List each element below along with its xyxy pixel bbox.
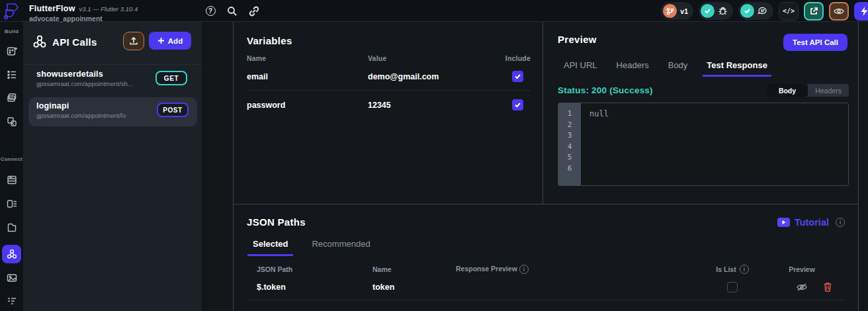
json-paths-title: JSON Paths (247, 216, 306, 228)
detail-top-row: Variables Name Value Include email demo@… (234, 22, 858, 204)
line-number: 1 (558, 109, 581, 120)
toolbar-left-icons: ? (204, 0, 261, 22)
sidebar-item-app-values[interactable] (0, 292, 23, 310)
project-name[interactable]: advocate_appoinment (29, 15, 138, 23)
app-title-line: FlutterFlowv3.1 — Flutter 3.10.4 (29, 2, 138, 14)
test-api-call-button[interactable]: Test API Call (783, 34, 847, 51)
response-editor[interactable]: 1 2 3 4 5 6 null (558, 103, 849, 186)
toolbar-right-group: v1 </> (661, 0, 868, 22)
api-list-item-loginapi[interactable]: loginapi gpssamraat.com/appointment/lo P… (28, 97, 197, 126)
nav-icon-sidebar: Build Connect (0, 22, 23, 311)
api-cluster-icon (32, 34, 48, 50)
include-checkbox[interactable] (512, 99, 523, 111)
col-header-name: Name (372, 265, 456, 273)
tutorial-link[interactable]: Tutorial (777, 217, 829, 228)
preview-eye-off-icon[interactable] (781, 283, 823, 292)
flutterflow-logo-icon[interactable] (2, 1, 21, 20)
tab-recommended[interactable]: Recommended (312, 239, 370, 256)
bug-icon (718, 6, 728, 16)
json-paths-header: JSON Paths Tutorial i (247, 216, 845, 228)
sidebar-item-widget-palette[interactable] (0, 42, 23, 60)
include-checkbox[interactable] (512, 71, 523, 82)
comments-status-pill[interactable] (738, 2, 773, 20)
plus-icon (157, 37, 165, 44)
method-badge-post: POST (157, 103, 189, 117)
status-label: Status: (558, 85, 589, 95)
check-circle-icon (701, 4, 715, 18)
sidebar-item-api-calls[interactable] (2, 245, 21, 263)
tab-test-response[interactable]: Test Response (703, 60, 771, 77)
editor-line-numbers: 1 2 3 4 5 6 (558, 103, 581, 185)
sidebar-item-components[interactable] (0, 113, 23, 130)
variables-header-row: Name Value Include (247, 54, 531, 62)
editor-content[interactable]: null (581, 103, 848, 185)
open-in-new-button[interactable] (804, 2, 824, 21)
info-icon[interactable]: i (740, 265, 749, 274)
toggle-headers[interactable]: Headers (808, 84, 849, 97)
variable-value[interactable]: demo@gmail.com (368, 72, 491, 81)
check-circle-icon (740, 4, 754, 18)
api-item-url: gpssamraat.com/appointment/sh... (36, 80, 162, 87)
variable-name[interactable]: password (247, 101, 368, 110)
line-number: 6 (558, 163, 581, 175)
response-status: Status: 200 (Success) (558, 85, 653, 95)
import-api-button[interactable] (123, 32, 144, 50)
json-path-name[interactable]: token (372, 283, 456, 292)
tab-body[interactable]: Body (668, 60, 688, 77)
status-row: Status: 200 (Success) Body Headers (558, 84, 849, 97)
app-title-block: FlutterFlowv3.1 — Flutter 3.10.4 advocat… (29, 2, 138, 22)
variables-title: Variables (247, 35, 531, 46)
flutterflow-app-window: FlutterFlowv3.1 — Flutter 3.10.4 advocat… (0, 0, 868, 311)
body-headers-toggle: Body Headers (767, 84, 849, 97)
preview-header: Preview Test API Call (558, 34, 849, 51)
method-badge-get: GET (155, 71, 187, 85)
api-panel-header: API Calls Add (23, 22, 202, 64)
panel-title: API Calls (52, 36, 97, 48)
app-version: v3.1 — Flutter 3.10.4 (79, 5, 138, 13)
tab-api-url[interactable]: API URL (564, 60, 597, 77)
add-api-call-button[interactable]: Add (149, 32, 191, 50)
variable-value[interactable]: 12345 (368, 101, 491, 110)
tab-selected[interactable]: Selected (247, 239, 293, 256)
view-code-button[interactable]: </> (779, 2, 799, 21)
main-content: Variables Name Value Include email demo@… (202, 22, 868, 311)
delete-json-path-icon[interactable] (823, 282, 847, 292)
line-number: 4 (558, 142, 581, 153)
variable-row-email: email demo@gmail.com (247, 71, 531, 91)
col-header-include: Include (491, 54, 531, 62)
variable-row-password: password 12345 (247, 99, 531, 118)
col-header-response-preview: Response Preview i (456, 265, 684, 274)
search-icon[interactable] (226, 5, 239, 18)
info-icon[interactable]: i (519, 265, 529, 274)
api-list-item-showuserdetails[interactable]: showuserdetails gpssamraat.com/appointme… (23, 65, 202, 95)
preview-tabs: API URL Headers Body Test Response (558, 60, 849, 77)
json-path-value[interactable]: $.token (247, 283, 372, 292)
sidebar-item-files[interactable] (0, 219, 23, 236)
line-number: 2 (558, 120, 581, 131)
sidebar-item-database[interactable] (0, 171, 23, 189)
json-path-row-token: $.token token (247, 282, 845, 300)
tutorial-label: Tutorial (795, 217, 829, 228)
debug-status-pill[interactable] (699, 2, 733, 20)
sidebar-item-pages[interactable] (0, 89, 23, 107)
line-number: 5 (558, 152, 581, 163)
sidebar-item-widget-tree[interactable] (0, 66, 23, 83)
toggle-body[interactable]: Body (767, 84, 808, 97)
help-icon[interactable]: ? (204, 5, 217, 18)
is-list-checkbox[interactable] (727, 282, 738, 292)
preview-eye-button[interactable] (829, 2, 849, 21)
info-icon[interactable]: i (836, 218, 845, 227)
tab-headers[interactable]: Headers (617, 60, 649, 77)
branch-icon (663, 4, 677, 18)
run-button[interactable] (854, 2, 868, 21)
branch-version-pill[interactable]: v1 (661, 2, 693, 20)
json-paths-tabs: Selected Recommended (253, 239, 845, 256)
variable-name[interactable]: email (247, 72, 368, 81)
json-paths-header-row: JSON Path Name Response Preview i Is Lis… (247, 265, 845, 274)
col-header-json-path: JSON Path (247, 265, 372, 273)
col-header-name: Name (247, 54, 368, 62)
sidebar-item-data-types[interactable] (0, 195, 23, 212)
sidebar-section-connect: Connect (0, 156, 23, 162)
sidebar-item-media-assets[interactable] (0, 269, 23, 287)
link-icon[interactable] (247, 5, 261, 18)
